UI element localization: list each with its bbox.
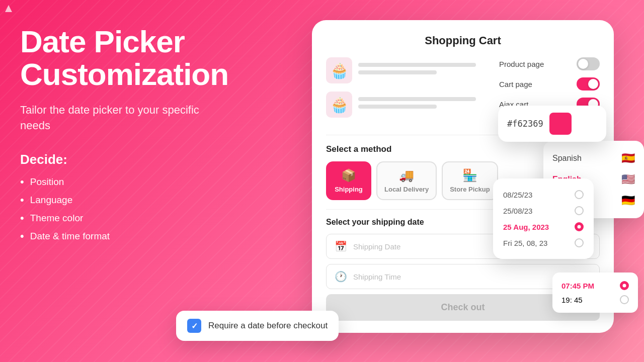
- require-date-label: Require a date before checkout: [208, 321, 328, 331]
- date-format-2: 25/08/23: [503, 207, 532, 215]
- table-row: 🧁: [326, 57, 489, 83]
- spanish-flag: 🇪🇸: [621, 152, 635, 165]
- store-pickup-label: Store Pickup: [450, 186, 490, 193]
- shipping-method-btn[interactable]: 📦 Shipping: [326, 161, 371, 200]
- radio-button-active[interactable]: [575, 222, 584, 231]
- local-delivery-btn[interactable]: 🚚 Local Delivery: [376, 161, 437, 200]
- cart-line: [358, 70, 437, 74]
- shipping-label: Shipping: [335, 186, 363, 193]
- cupcake-icon-2: 🧁: [326, 92, 352, 118]
- clock-icon: 🕐: [335, 270, 347, 283]
- date-format-1: 08/25/23: [503, 191, 532, 199]
- cards-area: Shopping Cart 🧁 🧁: [267, 0, 644, 362]
- store-pickup-btn[interactable]: 🏪 Store Pickup: [442, 161, 498, 200]
- time-format-12hr: 07:45 PM: [561, 282, 594, 290]
- watermark-logo: [4, 4, 13, 13]
- toggle-label-product: Product page: [499, 60, 544, 68]
- subtitle: Tailor the date picker to your specific …: [20, 103, 231, 134]
- local-delivery-icon: 🚚: [399, 168, 414, 183]
- radio-button[interactable]: [575, 238, 584, 247]
- radio-button-active[interactable]: [620, 281, 629, 290]
- radio-button[interactable]: [575, 190, 584, 199]
- decide-item-position: Position: [20, 175, 231, 189]
- list-item[interactable]: 25 Aug, 2023: [503, 219, 584, 235]
- cart-lines-2: [358, 97, 489, 112]
- cart-line: [358, 97, 476, 101]
- shipping-date-placeholder: Shipping Date: [353, 242, 400, 251]
- decide-label: Decide:: [20, 152, 231, 167]
- require-date-checkbox[interactable]: [187, 319, 201, 333]
- toggle-row-product: Product page: [499, 57, 600, 70]
- local-delivery-label: Local Delivery: [384, 186, 429, 193]
- cart-items-col: 🧁 🧁: [326, 57, 489, 126]
- date-format-3: 25 Aug, 2023: [503, 223, 549, 231]
- table-row: 🧁: [326, 92, 489, 118]
- shipping-time-placeholder: Shipping Time: [353, 273, 401, 281]
- decide-item-date-format: Date & time format: [20, 230, 231, 243]
- toggle-label-cart: Cart page: [499, 80, 532, 88]
- shipping-icon: 📦: [341, 168, 356, 183]
- color-hex-value: #f62369: [507, 119, 543, 129]
- spanish-label: Spanish: [552, 154, 582, 163]
- decide-list: Position Language Theme color Date & tim…: [20, 175, 231, 243]
- store-pickup-icon: 🏪: [462, 168, 477, 183]
- list-item[interactable]: Fri 25, 08, 23: [503, 235, 584, 251]
- list-item[interactable]: 07:45 PM: [561, 279, 629, 293]
- cart-page-toggle[interactable]: [577, 77, 600, 90]
- english-flag: 🇺🇸: [621, 173, 635, 186]
- cart-title: Shopping Cart: [326, 34, 600, 47]
- list-item[interactable]: 19: 45: [561, 293, 629, 307]
- time-format-24hr: 19: 45: [561, 296, 583, 304]
- list-item[interactable]: Spanish 🇪🇸: [552, 148, 635, 169]
- left-panel: Date Picker Customization Tailor the dat…: [20, 25, 231, 248]
- calendar-icon: 📅: [335, 240, 347, 252]
- german-flag: 🇩🇪: [621, 194, 635, 207]
- color-picker-card: #f62369: [498, 106, 606, 142]
- color-swatch[interactable]: [549, 113, 572, 135]
- require-date-card: Require a date before checkout: [176, 311, 339, 341]
- radio-button[interactable]: [620, 295, 629, 304]
- toggle-row-cart: Cart page: [499, 77, 600, 90]
- decide-item-language: Language: [20, 194, 231, 207]
- list-item[interactable]: 25/08/23: [503, 203, 584, 219]
- time-format-card: 07:45 PM 19: 45: [552, 273, 638, 313]
- main-title: Date Picker Customization: [20, 25, 231, 90]
- date-format-card: 08/25/23 25/08/23 25 Aug, 2023 Fri 25, 0…: [493, 178, 594, 259]
- cart-line: [358, 105, 437, 109]
- cart-lines-1: [358, 63, 489, 78]
- list-item[interactable]: 08/25/23: [503, 187, 584, 203]
- date-format-4: Fri 25, 08, 23: [503, 239, 547, 247]
- cupcake-icon-1: 🧁: [326, 57, 352, 83]
- cart-line: [358, 63, 476, 67]
- product-page-toggle[interactable]: [577, 57, 600, 70]
- decide-item-theme: Theme color: [20, 212, 231, 225]
- svg-marker-0: [5, 5, 12, 12]
- radio-button[interactable]: [575, 206, 584, 215]
